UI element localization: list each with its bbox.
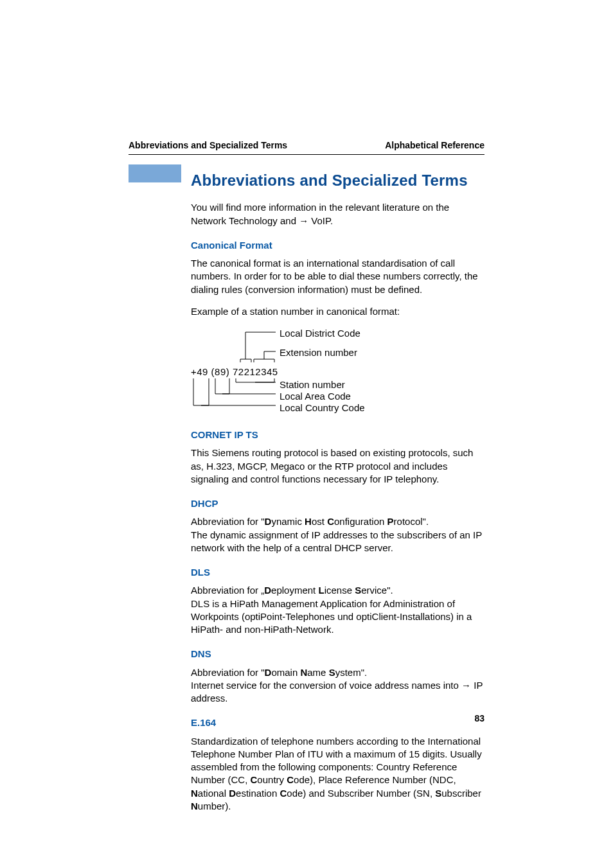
intro-paragraph: You will find more information in the re… [191, 201, 484, 227]
dhcp-body: Abbreviation for "Dynamic Host Configura… [191, 515, 484, 554]
decorative-band [129, 164, 181, 182]
dhcp-host: ost [312, 516, 327, 527]
e164-s1a: ubscriber [441, 788, 481, 799]
dns-dom: omain [271, 667, 300, 678]
dls-bold-d: D [264, 585, 271, 596]
dns-bold-s: S [329, 667, 335, 678]
term-heading-e164: E.164 [191, 716, 484, 729]
canonical-body: The canonical format is an international… [191, 257, 484, 296]
dhcp-conf: onfiguration [334, 516, 387, 527]
term-heading-dns: DNS [191, 648, 484, 660]
dhcp-bold-h: H [305, 516, 312, 527]
dns-bold-d: D [265, 667, 272, 678]
dls-bold-l: L [318, 585, 324, 596]
dns-desc-a: Internet service for the conversion of v… [191, 680, 461, 691]
dns-body: Abbreviation for "Domain Name System". I… [191, 666, 484, 705]
dns-name: ame [307, 667, 328, 678]
dhcp-dyn: ynamic [271, 516, 305, 527]
dhcp-proto: rotocol". [394, 516, 429, 527]
e164-c3a: ode) and Subscriber Number (SN, [287, 788, 435, 799]
header-left: Abbreviations and Specialized Terms [129, 140, 287, 150]
dls-bold-s: S [355, 585, 361, 596]
e164-c2: C [287, 774, 294, 785]
dls-dep: eployment [271, 585, 318, 596]
canonical-diagram: +49 (89) 72212345 Local District Code Ex… [191, 327, 484, 417]
dls-lic: icense [324, 585, 355, 596]
e164-c2a: ode), Place Reference Number (NDC, [294, 774, 456, 785]
dns-bold-n: N [300, 667, 307, 678]
dhcp-bold-d: D [265, 516, 272, 527]
label-local-district: Local District Code [280, 327, 360, 340]
dhcp-bold-c: C [327, 516, 334, 527]
e164-s1: S [435, 788, 441, 799]
arrow-icon: → [299, 215, 308, 226]
dls-desc: DLS is a HiPath Management Application f… [191, 598, 472, 635]
dls-svc: ervice". [361, 585, 393, 596]
e164-d1a: estination [236, 788, 280, 799]
e164-n2a: umber). [198, 801, 231, 811]
canonical-example-label: Example of a station number in canonical… [191, 305, 484, 318]
e164-body: Standardization of telephone numbers acc… [191, 735, 484, 813]
dhcp-bold-p: P [387, 516, 394, 527]
term-heading-dhcp: DHCP [191, 497, 484, 510]
page-title: Abbreviations and Specialized Terms [191, 170, 484, 191]
e164-n2: N [191, 801, 198, 811]
e164-c1: C [251, 774, 258, 785]
dns-sys: ystem". [335, 667, 368, 678]
dhcp-abbr-a: Abbreviation for " [191, 516, 265, 527]
term-heading-cornet: CORNET IP TS [191, 429, 484, 441]
dhcp-desc: The dynamic assignment of IP addresses t… [191, 529, 482, 553]
e164-c1a: ountry [257, 774, 287, 785]
e164-d1: D [229, 788, 236, 799]
e164-n1a: ational [198, 788, 229, 799]
header-right: Alphabetical Reference [385, 140, 484, 150]
diagram-number: +49 (89) 72212345 [191, 366, 278, 378]
page-header: Abbreviations and Specialized Terms Alph… [129, 0, 484, 155]
dns-abbr-a: Abbreviation for " [191, 667, 265, 678]
term-heading-canonical: Canonical Format [191, 239, 484, 252]
term-heading-dls: DLS [191, 566, 484, 579]
cornet-body: This Siemens routing protocol is based o… [191, 447, 484, 486]
dls-abbr-a: Abbreviation for „ [191, 585, 264, 596]
label-local-country: Local Country Code [280, 402, 365, 414]
content-area: Abbreviations and Specialized Terms You … [191, 155, 484, 813]
e164-c3: C [280, 788, 287, 799]
intro-text-b: VoIP. [308, 215, 333, 226]
page: Abbreviations and Specialized Terms Alph… [0, 0, 613, 813]
label-extension: Extension number [280, 346, 357, 359]
dls-body: Abbreviation for „Deployment License Ser… [191, 584, 484, 636]
page-number: 83 [474, 713, 484, 723]
e164-n1: N [191, 788, 198, 799]
arrow-icon: → [461, 680, 471, 691]
